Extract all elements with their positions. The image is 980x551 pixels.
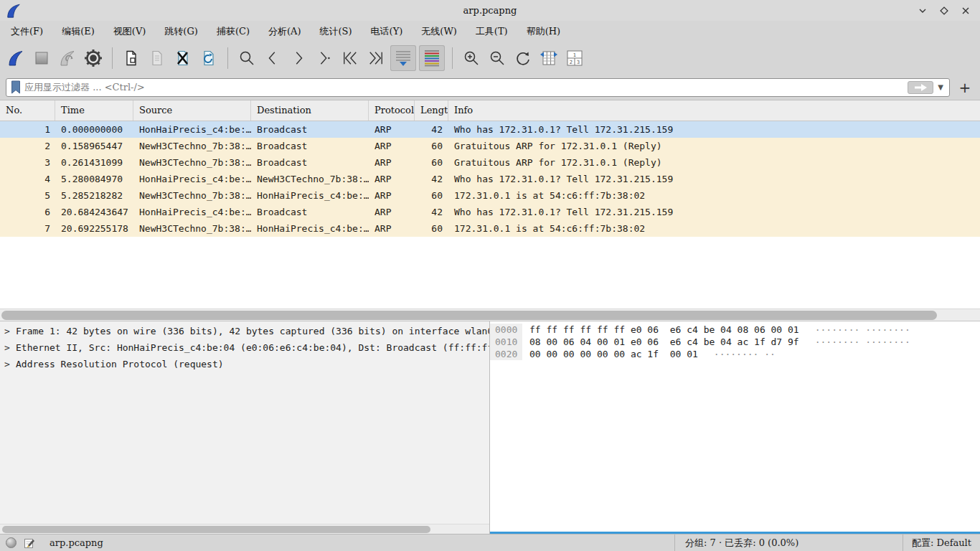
zoom-reset-icon[interactable] (512, 45, 534, 71)
cell-info: Who has 172.31.0.1? Tell 172.31.215.159 (448, 171, 980, 187)
cell-no: 5 (0, 187, 55, 204)
column-header[interactable]: Info (448, 100, 980, 121)
statusbar-filename[interactable]: arp.pcapng (50, 537, 103, 548)
colorize-icon[interactable] (419, 45, 445, 71)
go-first-icon[interactable] (339, 45, 362, 71)
cell-protocol: ARP (369, 121, 415, 138)
filter-dropdown-caret-icon[interactable]: ▼ (938, 83, 943, 91)
cell-time: 20.684243647 (55, 204, 133, 220)
packet-row[interactable]: 2 0.158965447 NewH3CTechno_7b:38:… Broad… (0, 138, 980, 154)
cell-time: 0.158965447 (55, 138, 133, 154)
menu-item[interactable]: 帮助(H) (517, 21, 570, 42)
cell-destination: HonHaiPrecis_c4:be:… (251, 220, 369, 237)
capture-options-icon[interactable] (82, 45, 105, 71)
detail-tree-item[interactable]: > Frame 1: 42 bytes on wire (336 bits), … (0, 323, 489, 339)
save-file-icon[interactable] (146, 45, 169, 71)
details-hscrollbar[interactable] (0, 524, 489, 534)
cell-destination: Broadcast (251, 204, 369, 220)
cell-protocol: ARP (369, 187, 415, 204)
column-header[interactable]: Time (55, 100, 133, 121)
add-filter-button[interactable]: + (956, 78, 974, 97)
cell-time: 0.261431099 (55, 154, 133, 171)
minimize-icon[interactable] (915, 4, 930, 18)
maximize-icon[interactable] (937, 4, 951, 18)
resize-columns-icon[interactable] (537, 45, 560, 71)
apply-filter-arrow-icon[interactable] (908, 81, 933, 94)
menu-item[interactable]: 视图(V) (104, 21, 156, 42)
close-icon[interactable] (958, 4, 973, 18)
cell-time: 5.280084970 (55, 171, 133, 187)
capture-comment-icon[interactable] (24, 537, 35, 549)
packet-list-hscrollbar[interactable] (0, 309, 980, 321)
layout-icon[interactable]: 123 (563, 45, 586, 71)
zoom-out-icon[interactable] (486, 45, 509, 71)
cell-time: 0.000000000 (55, 121, 133, 138)
cell-length: 42 (415, 171, 448, 187)
go-to-packet-icon[interactable] (313, 45, 336, 71)
hex-dump-row[interactable]: 0020 00 00 00 00 00 00 ac 1f 00 01 ·····… (490, 348, 980, 360)
menu-item[interactable]: 捕获(C) (207, 21, 259, 42)
reload-file-icon[interactable] (197, 45, 220, 71)
go-last-icon[interactable] (364, 45, 387, 71)
stop-capture-icon[interactable] (30, 45, 53, 71)
menu-item[interactable]: 电话(Y) (362, 21, 413, 42)
menu-item[interactable]: 工具(T) (466, 21, 517, 42)
auto-scroll-icon[interactable] (390, 45, 416, 71)
cell-no: 4 (0, 171, 55, 187)
menu-item[interactable]: 无线(W) (412, 21, 466, 42)
zoom-in-icon[interactable] (460, 45, 483, 71)
cell-no: 7 (0, 220, 55, 237)
menu-item[interactable]: 编辑(E) (52, 21, 104, 42)
hex-ascii: ········ ·· (698, 348, 776, 360)
column-header[interactable]: Source (133, 100, 251, 121)
packet-row[interactable]: 4 5.280084970 HonHaiPrecis_c4:be:… NewH3… (0, 171, 980, 187)
start-capture-icon[interactable] (4, 45, 27, 71)
packet-row[interactable]: 5 5.285218282 NewH3CTechno_7b:38:… HonHa… (0, 187, 980, 204)
statusbar-profile[interactable]: 配置: Default (903, 534, 980, 551)
find-packet-icon[interactable] (235, 45, 258, 71)
expander-chevron-icon[interactable]: > (4, 356, 16, 372)
column-header[interactable]: Length (415, 100, 448, 121)
detail-text: Address Resolution Protocol (request) (16, 356, 224, 372)
cell-destination: Broadcast (251, 138, 369, 154)
go-back-icon[interactable] (261, 45, 284, 71)
go-forward-icon[interactable] (287, 45, 310, 71)
packet-row[interactable]: 1 0.000000000 HonHaiPrecis_c4:be:… Broad… (0, 121, 980, 138)
menu-item[interactable]: 文件(F) (1, 21, 52, 42)
scrollbar-thumb[interactable] (1, 311, 937, 320)
expander-chevron-icon[interactable]: > (4, 339, 16, 356)
menu-item[interactable]: 统计(S) (311, 21, 362, 42)
expander-chevron-icon[interactable]: > (4, 323, 16, 339)
scrollbar-thumb[interactable] (2, 526, 430, 533)
packet-row[interactable]: 6 20.684243647 HonHaiPrecis_c4:be:… Broa… (0, 204, 980, 220)
column-header[interactable]: No. (0, 100, 55, 121)
restart-capture-icon[interactable] (56, 45, 79, 71)
cell-info: Who has 172.31.0.1? Tell 172.31.215.159 (448, 204, 980, 220)
filter-bar: 应用显示过滤器 ... <Ctrl-/> ▼ + (0, 75, 980, 100)
column-header[interactable]: Destination (251, 100, 369, 121)
toolbar-separator (227, 47, 228, 69)
hex-dump-row[interactable]: 0010 08 00 06 04 00 01 e0 06 e6 c4 be 04… (490, 336, 980, 348)
svg-text:2: 2 (570, 60, 573, 65)
column-header[interactable]: Protocol (369, 100, 415, 121)
menu-item[interactable]: 跳转(G) (155, 21, 207, 42)
menubar: 文件(F) 编辑(E) 视图(V) 跳转(G) 捕获(C) 分析(A) 统计(S… (0, 21, 980, 42)
cell-destination: NewH3CTechno_7b:38:… (251, 171, 369, 187)
filter-bookmark-icon[interactable] (10, 80, 22, 95)
display-filter-input[interactable]: 应用显示过滤器 ... <Ctrl-/> ▼ (6, 78, 950, 97)
hex-dump-row[interactable]: 0000 ff ff ff ff ff ff e0 06 e6 c4 be 04… (490, 324, 980, 336)
cell-length: 60 (415, 138, 448, 154)
packet-row[interactable]: 7 20.692255178 NewH3CTechno_7b:38:… HonH… (0, 220, 980, 237)
packet-row[interactable]: 3 0.261431099 NewH3CTechno_7b:38:… Broad… (0, 154, 980, 171)
menu-item[interactable]: 分析(A) (259, 21, 311, 42)
detail-tree-item[interactable]: > Ethernet II, Src: HonHaiPrecis_c4:be:0… (0, 339, 489, 356)
packet-list: 1 0.000000000 HonHaiPrecis_c4:be:… Broad… (0, 121, 980, 237)
titlebar: arp.pcapng (0, 0, 980, 21)
close-file-icon[interactable] (171, 45, 194, 71)
open-file-icon[interactable] (120, 45, 143, 71)
packet-list-header: No. Time Source Destination Protocol Len… (0, 100, 980, 121)
detail-tree-item[interactable]: > Address Resolution Protocol (request) (0, 356, 489, 372)
cell-protocol: ARP (369, 220, 415, 237)
expert-info-icon[interactable] (6, 537, 17, 548)
cell-source: NewH3CTechno_7b:38:… (133, 187, 251, 204)
